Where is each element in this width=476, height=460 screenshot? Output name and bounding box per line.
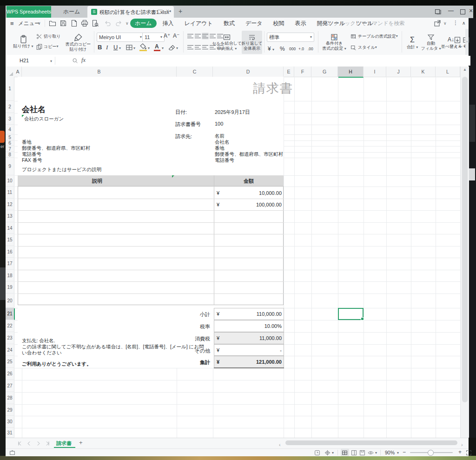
percent-style-button[interactable]: % [280,46,285,52]
line-item-currency[interactable]: ¥ [217,190,219,196]
eraser-icon[interactable] [168,44,176,51]
precision-caret-icon[interactable]: ▾ [332,451,334,455]
paste-button[interactable]: 貼り付け ▾ [12,32,34,52]
fill-color-icon[interactable] [139,43,147,50]
app-tab[interactable]: WPS Spreadsheets [7,6,51,18]
autofilter-button[interactable]: 自動フィルタ ▾ [422,31,440,54]
row-header-28[interactable]: 28 [6,392,14,404]
ribbon-tab-校閲[interactable]: 校閲 [269,19,289,28]
italic-button[interactable]: I [106,44,108,51]
row-header-4[interactable]: 4 [6,125,14,134]
scroll-up-icon[interactable]: ▲ [463,67,467,72]
ribbon-tab-表示[interactable]: 表示 [291,19,311,28]
view-caret-icon[interactable]: ▾ [375,451,377,455]
hscroll-right-icon[interactable]: › [461,440,463,448]
undo-history-caret-icon[interactable]: ∨ [126,21,129,26]
underline-caret-icon[interactable]: ▾ [119,47,121,50]
ribbon-tab-データ[interactable]: データ [241,19,267,28]
row-header-3[interactable]: 3 [6,113,14,125]
column-header-E[interactable]: E [284,67,294,77]
document-tab[interactable]: S 税額の計算を含む請求書1.xlsx* × [87,6,174,18]
dock-app-icon[interactable] [0,131,5,143]
row-header-25[interactable]: 25 [6,356,14,368]
row-header-18[interactable]: 18 [6,270,14,281]
formula-input[interactable] [92,56,470,66]
first-sheet-icon[interactable] [17,440,23,447]
fill-handle[interactable] [361,317,364,320]
preview-icon[interactable] [92,20,99,27]
wrap-text-button[interactable]: 折り返して全体表示 [242,31,262,54]
format-as-table-button[interactable]: テーブルの書式設定 ▾ [350,33,398,40]
row-header-29[interactable]: 29 [6,404,14,416]
hamburger-menu-icon[interactable]: ≡ [10,20,14,27]
align-center-button[interactable] [194,44,201,51]
zoom-formula-icon[interactable] [72,58,78,64]
increase-decimal-button[interactable]: +.0 [298,47,304,51]
column-header-K[interactable]: K [411,67,436,77]
borders-icon[interactable] [126,44,133,51]
row-header-17[interactable]: 17 [6,258,14,270]
zoom-level[interactable]: 90% [385,450,395,455]
row-header-14[interactable]: 14 [6,222,14,234]
conditional-format-button[interactable]: 条件付き書式の設定 ▾ [321,31,348,54]
zoom-slider-handle[interactable] [428,450,434,456]
zoom-caret-icon[interactable]: ▾ [397,451,399,455]
name-box[interactable]: H21 [20,58,29,63]
vertical-scroll-thumb[interactable] [462,77,468,402]
row-header-22[interactable]: 22 [6,320,14,332]
underline-button[interactable]: U [113,44,118,51]
collapse-ribbon-icon[interactable]: ∧ [462,20,465,26]
new-document-tab-button[interactable]: + [178,7,182,15]
name-box-caret-icon[interactable]: ▾ [50,60,52,63]
maximize-icon[interactable] [460,9,465,14]
align-right-button[interactable] [202,44,209,51]
ribbon-scroll-right-button[interactable]: › [465,29,469,55]
row-header-12[interactable]: 12 [6,199,14,210]
zoom-out-button[interactable]: − [403,449,406,455]
comma-style-button[interactable]: 000 [289,47,296,51]
row-header-27[interactable]: 27 [6,380,14,392]
cell-styles-button[interactable]: スタイル ▾ [350,44,377,51]
font-color-button[interactable]: A [155,43,159,50]
column-header-A[interactable]: A [14,67,22,77]
horizontal-scrollbar[interactable]: ‹ › [279,440,470,446]
horizontal-scroll-thumb[interactable] [285,440,457,445]
row-header-13[interactable]: 13 [6,210,14,222]
column-header-G[interactable]: G [311,67,338,77]
decrease-font-button[interactable]: A⁻ [173,33,179,39]
precision-select-icon[interactable] [324,450,331,456]
row-header-5[interactable]: 5 [6,134,14,140]
redo-icon[interactable] [115,20,122,27]
more-options-icon[interactable]: ⋮ [453,20,458,26]
screenshot-icon[interactable] [9,450,15,456]
totals-cell-border[interactable] [214,344,284,356]
line-item-currency[interactable]: ¥ [217,202,219,207]
column-header-D[interactable]: D [213,67,284,77]
borders-caret-icon[interactable]: ▾ [133,47,135,50]
print-preview-icon[interactable] [70,20,78,27]
last-sheet-icon[interactable] [45,440,51,447]
ribbon-tab-数式[interactable]: 数式 [219,19,239,28]
active-cell-selection[interactable] [338,308,364,320]
column-header-J[interactable]: J [386,67,411,77]
decrease-indent-button[interactable] [209,33,216,40]
main-menu-button[interactable]: メニュー [18,20,40,27]
column-header-I[interactable]: I [364,67,386,77]
print-icon[interactable] [81,20,88,27]
selection-stats-icon[interactable] [314,450,320,456]
save-icon[interactable] [60,20,67,27]
row-header-24[interactable]: 24 [6,344,14,356]
close-document-icon[interactable]: × [166,8,169,14]
page-break-view-icon[interactable] [359,450,365,456]
row-header-8[interactable]: 8 [6,152,14,158]
column-header-H[interactable]: H [338,67,364,78]
minimize-icon[interactable]: — [448,7,454,14]
ribbon-tab-開発ツール[interactable]: 開発ツール [312,19,350,28]
ribbon-tab-挿入[interactable]: 挿入 [158,19,178,28]
copy-button[interactable]: コピー ▾ [36,43,58,50]
justify-button[interactable] [209,44,216,51]
number-format-combo[interactable]: 標準▾ [267,33,314,42]
row-header-7[interactable]: 7 [6,146,14,152]
row-header-1[interactable]: 1 [6,77,14,101]
row-header-26[interactable]: 26 [6,368,14,380]
